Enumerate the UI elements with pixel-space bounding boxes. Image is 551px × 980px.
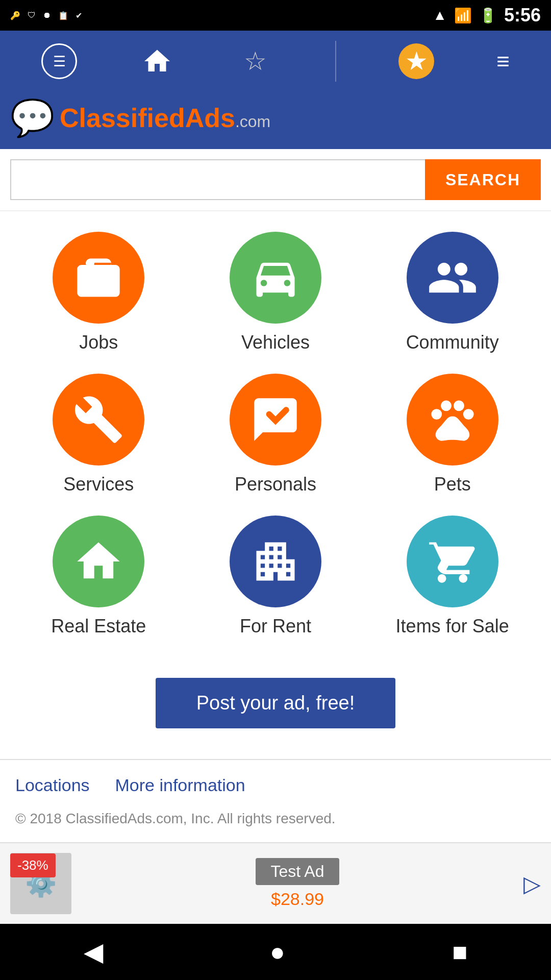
more-info-link[interactable]: More information (115, 775, 245, 795)
signal-icon: 📶 (454, 7, 472, 24)
clock: 5:56 (504, 5, 541, 26)
key-icon: 🔑 (10, 11, 20, 20)
community-icon (427, 252, 478, 303)
status-right-icons: ▲ 📶 🔋 5:56 (433, 5, 541, 26)
logo-bar: 💬 ClassifiedAds.com (0, 92, 551, 149)
heart-chat-icon (250, 394, 301, 445)
nav-bar: ☰ ☆ ★ ≡ (0, 31, 551, 92)
ad-banner[interactable]: -38% ⚙️ Test Ad $28.99 ▷ (0, 842, 551, 924)
category-pets[interactable]: Pets (369, 374, 536, 495)
nav-divider (335, 41, 336, 82)
menu-lines-icon[interactable]: ≡ (496, 48, 510, 74)
record-icon: ⏺ (43, 11, 51, 20)
pets-circle (407, 374, 498, 465)
realestate-circle (53, 516, 144, 607)
ad-label: Test Ad (256, 858, 340, 885)
itemsforsale-label: Items for Sale (396, 616, 509, 637)
copyright: © 2018 ClassifiedAds.com, Inc. All right… (0, 805, 551, 842)
personals-circle (230, 374, 321, 465)
search-button[interactable]: SEARCH (425, 159, 541, 200)
wifi-icon: ▲ (433, 7, 447, 23)
locations-link[interactable]: Locations (15, 775, 90, 795)
category-grid: Jobs Vehicles Community Services (0, 211, 551, 657)
services-label: Services (63, 474, 134, 495)
paw-icon (427, 394, 478, 445)
favorites-nav[interactable]: ☆ (237, 43, 273, 79)
card-icon: 📋 (58, 11, 68, 20)
speech-bubble-icon: 💬 (10, 97, 55, 139)
home-icon (142, 46, 172, 77)
status-bar: 🔑 🛡 ⏺ 📋 ✔ ▲ 📶 🔋 5:56 (0, 0, 551, 31)
post-button-container: Post your ad, free! (0, 657, 551, 759)
home-button[interactable]: ● (270, 937, 285, 967)
svg-point-1 (441, 401, 452, 411)
category-community[interactable]: Community (369, 232, 536, 353)
personals-label: Personals (235, 474, 316, 495)
square-button[interactable]: ■ (452, 937, 467, 967)
brand-ads: Ads (185, 103, 235, 133)
itemsforsale-circle (407, 516, 498, 607)
jobs-circle (53, 232, 144, 324)
gold-star-icon: ★ (405, 46, 428, 76)
search-bar: SEARCH (0, 149, 551, 211)
premium-nav[interactable]: ★ (398, 43, 434, 79)
wrench-icon (73, 394, 124, 445)
community-label: Community (406, 332, 499, 353)
community-circle (407, 232, 498, 324)
ad-content: Test Ad $28.99 (82, 858, 513, 909)
brand-name: ClassifiedAds.com (60, 103, 270, 133)
status-left-icons: 🔑 🛡 ⏺ 📋 ✔ (10, 11, 82, 20)
category-jobs[interactable]: Jobs (15, 232, 182, 353)
hamburger-icon: ☰ (53, 53, 66, 70)
category-services[interactable]: Services (15, 374, 182, 495)
logo[interactable]: 💬 ClassifiedAds.com (10, 97, 270, 139)
bottom-nav: ◀ ● ■ (0, 924, 551, 980)
vehicles-label: Vehicles (241, 332, 310, 353)
battery-icon: 🔋 (479, 7, 497, 24)
cart-icon (427, 536, 478, 587)
pets-label: Pets (434, 474, 471, 495)
services-circle (53, 374, 144, 465)
briefcase-icon (73, 252, 124, 303)
ad-play-icon: ▷ (523, 871, 541, 897)
building-icon (250, 536, 301, 587)
brand-classified: Classified (60, 103, 185, 133)
back-button[interactable]: ◀ (84, 937, 103, 967)
house-icon (73, 536, 124, 587)
brand-domain: .com (235, 112, 270, 131)
search-input[interactable] (10, 159, 425, 200)
category-personals[interactable]: Personals (192, 374, 359, 495)
svg-point-0 (431, 409, 442, 420)
category-forrent[interactable]: For Rent (192, 516, 359, 637)
jobs-label: Jobs (79, 332, 118, 353)
check-icon: ✔ (76, 11, 82, 20)
footer-links: Locations More information (0, 759, 551, 805)
category-vehicles[interactable]: Vehicles (192, 232, 359, 353)
shield-icon: 🛡 (28, 11, 36, 20)
ad-discount-badge: -38% (10, 853, 56, 877)
svg-point-2 (454, 401, 464, 411)
forrent-circle (230, 516, 321, 607)
category-itemsforsale[interactable]: Items for Sale (369, 516, 536, 637)
ad-price: $28.99 (271, 889, 324, 909)
vehicles-circle (230, 232, 321, 324)
svg-point-3 (463, 409, 473, 420)
post-ad-button[interactable]: Post your ad, free! (156, 678, 396, 728)
car-icon (250, 252, 301, 303)
home-nav[interactable] (139, 43, 175, 79)
star-icon: ☆ (244, 46, 267, 76)
category-realestate[interactable]: Real Estate (15, 516, 182, 637)
forrent-label: For Rent (240, 616, 311, 637)
realestate-label: Real Estate (51, 616, 146, 637)
hamburger-menu[interactable]: ☰ (41, 43, 77, 79)
